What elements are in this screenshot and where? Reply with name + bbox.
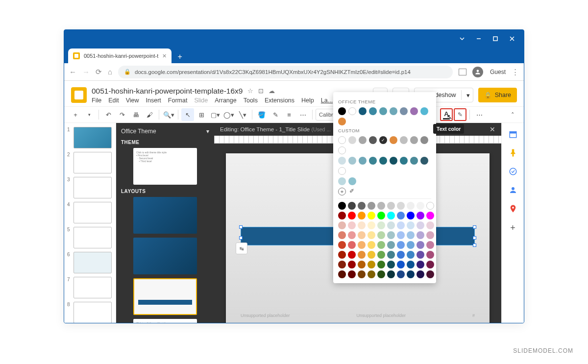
standard-color-swatch[interactable] xyxy=(387,231,395,239)
standard-color-swatch[interactable] xyxy=(426,241,434,249)
custom-color-swatch[interactable] xyxy=(348,157,356,165)
fill-color-button[interactable]: 🪣 xyxy=(255,108,268,121)
standard-color-swatch[interactable] xyxy=(358,261,366,268)
theme-color-swatch[interactable] xyxy=(400,107,408,115)
standard-color-swatch[interactable] xyxy=(377,251,385,259)
menu-insert[interactable]: Insert xyxy=(146,97,161,104)
standard-color-swatch[interactable] xyxy=(397,251,405,259)
standard-color-swatch[interactable] xyxy=(407,221,415,229)
standard-color-swatch[interactable] xyxy=(358,202,366,210)
layout-thumb-selected[interactable] xyxy=(133,278,197,315)
slide-thumb-7[interactable]: 7 xyxy=(64,276,116,299)
close-editing-icon[interactable]: ✕ xyxy=(490,125,495,133)
home-icon[interactable]: ⌂ xyxy=(108,68,112,76)
browser-menu-icon[interactable]: ⋮ xyxy=(512,68,519,76)
standard-color-swatch[interactable] xyxy=(338,212,346,219)
layout-thumb-4[interactable]: Click to edit theme title style• First l… xyxy=(133,319,197,323)
standard-color-swatch[interactable] xyxy=(387,202,395,210)
new-slide-button[interactable]: + xyxy=(69,108,82,121)
custom-color-swatch[interactable] xyxy=(420,136,428,144)
standard-color-swatch[interactable] xyxy=(387,261,395,268)
menu-help[interactable]: Help xyxy=(301,97,314,104)
menu-extensions[interactable]: Extensions xyxy=(265,97,294,104)
standard-color-swatch[interactable] xyxy=(358,251,366,259)
slide-thumb-4[interactable]: 4 xyxy=(64,201,116,224)
standard-color-swatch[interactable] xyxy=(348,270,356,278)
reader-icon[interactable] xyxy=(459,69,466,75)
standard-color-swatch[interactable] xyxy=(397,270,405,278)
menu-overflow[interactable]: La... xyxy=(321,97,333,104)
standard-color-swatch[interactable] xyxy=(387,221,395,229)
custom-color-swatch[interactable] xyxy=(338,157,346,165)
menu-file[interactable]: File xyxy=(92,97,101,104)
standard-color-swatch[interactable] xyxy=(338,261,346,268)
standard-color-swatch[interactable] xyxy=(397,212,405,219)
slide-thumb-3[interactable]: 3 xyxy=(64,176,116,199)
theme-color-swatch[interactable] xyxy=(348,107,356,115)
standard-color-swatch[interactable] xyxy=(387,212,395,219)
custom-color-swatch[interactable] xyxy=(338,146,346,154)
slide-thumb-6[interactable]: 6 xyxy=(64,251,116,274)
standard-color-swatch[interactable] xyxy=(426,212,434,219)
menu-slide[interactable]: Slide xyxy=(194,97,208,104)
new-slide-more[interactable]: ▾ xyxy=(83,108,96,121)
image-tool[interactable]: ▢▾ xyxy=(209,108,221,121)
theme-color-swatch[interactable] xyxy=(420,107,428,115)
text-color-button[interactable]: A Text color ↖ xyxy=(440,108,453,121)
line-tool[interactable]: ╲▾ xyxy=(236,108,249,121)
standard-color-swatch[interactable] xyxy=(338,270,346,278)
standard-color-swatch[interactable] xyxy=(348,261,356,268)
standard-color-swatch[interactable] xyxy=(348,212,356,219)
standard-color-swatch[interactable] xyxy=(426,270,434,278)
standard-color-swatch[interactable] xyxy=(416,212,424,219)
standard-color-swatch[interactable] xyxy=(358,212,366,219)
window-dropdown-icon[interactable] xyxy=(459,36,465,42)
border-weight-button[interactable]: ≡ xyxy=(283,108,295,121)
share-button[interactable]: 🔒 Share xyxy=(478,88,517,102)
custom-color-swatch[interactable] xyxy=(359,157,367,165)
standard-color-swatch[interactable] xyxy=(416,251,424,259)
add-custom-color-button[interactable]: + xyxy=(338,188,346,195)
more-tools-button[interactable]: ⋯ xyxy=(473,108,486,121)
standard-color-swatch[interactable] xyxy=(387,251,395,259)
theme-color-swatch[interactable] xyxy=(338,107,346,115)
shape-tool[interactable]: ◯▾ xyxy=(222,108,235,121)
tab-close-icon[interactable]: ✕ xyxy=(162,53,167,59)
doc-title[interactable]: 0051-hoshin-kanri-powerpoint-template-16… xyxy=(92,87,243,96)
standard-color-swatch[interactable] xyxy=(338,241,346,249)
custom-color-swatch[interactable] xyxy=(379,136,387,144)
slides-logo-icon[interactable] xyxy=(71,87,87,103)
layout-thumb-2[interactable] xyxy=(133,238,197,274)
contacts-icon[interactable] xyxy=(509,186,517,194)
standard-color-swatch[interactable] xyxy=(407,231,415,239)
sidebar-add-button[interactable]: + xyxy=(510,223,515,233)
standard-color-swatch[interactable] xyxy=(377,212,385,219)
custom-color-swatch[interactable] xyxy=(420,157,428,165)
standard-color-swatch[interactable] xyxy=(368,231,375,239)
tab-stop-indicator[interactable]: ↹ xyxy=(236,243,247,254)
custom-color-swatch[interactable] xyxy=(390,157,397,165)
custom-color-swatch[interactable] xyxy=(410,157,418,165)
back-icon[interactable]: ← xyxy=(69,68,76,76)
maximize-icon[interactable] xyxy=(492,36,498,42)
theme-color-swatch[interactable] xyxy=(390,107,397,115)
paint-format-button[interactable]: 🖌 xyxy=(143,108,156,121)
standard-color-swatch[interactable] xyxy=(377,261,385,268)
standard-color-swatch[interactable] xyxy=(338,251,346,259)
standard-color-swatch[interactable] xyxy=(368,241,375,249)
standard-color-swatch[interactable] xyxy=(397,231,405,239)
standard-color-swatch[interactable] xyxy=(416,270,424,278)
standard-color-swatch[interactable] xyxy=(416,202,424,210)
standard-color-swatch[interactable] xyxy=(377,221,385,229)
standard-color-swatch[interactable] xyxy=(426,221,434,229)
maps-icon[interactable] xyxy=(509,204,517,213)
standard-color-swatch[interactable] xyxy=(358,221,366,229)
custom-color-swatch[interactable] xyxy=(359,136,367,144)
custom-color-swatch[interactable] xyxy=(390,136,397,144)
theme-color-swatch[interactable] xyxy=(359,107,367,115)
standard-color-swatch[interactable] xyxy=(368,251,375,259)
standard-color-swatch[interactable] xyxy=(397,241,405,249)
standard-color-swatch[interactable] xyxy=(407,251,415,259)
standard-color-swatch[interactable] xyxy=(416,231,424,239)
standard-color-swatch[interactable] xyxy=(377,202,385,210)
